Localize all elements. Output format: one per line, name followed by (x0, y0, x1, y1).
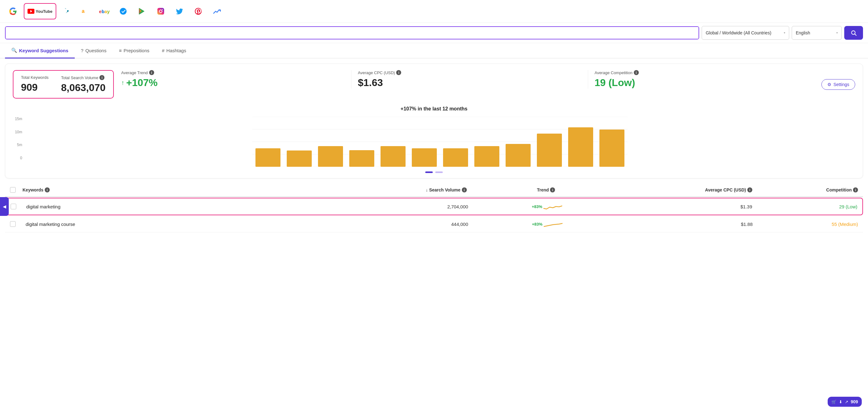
stats-row: Total Keywords 909 Total Search Volume i… (13, 70, 855, 98)
language-select[interactable]: English (792, 26, 842, 40)
row2-trend: +83% (468, 220, 626, 228)
stats-section: Total Keywords 909 Total Search Volume i… (5, 63, 863, 178)
chart-y-max: 15m (15, 117, 22, 121)
tab-suggestions-label: Keyword Suggestions (19, 48, 68, 53)
tab-hashtags-icon: # (162, 48, 164, 53)
avg-cpc-info-icon[interactable]: i (396, 70, 401, 75)
row1-competition: 29 (Low) (752, 204, 857, 209)
row1-trend: +83% (468, 203, 626, 210)
chart-y-zero: 0 (20, 156, 22, 160)
tab-prepositions[interactable]: ≡ Prepositions (113, 43, 155, 59)
col-keywords-label: Keywords (23, 187, 43, 193)
total-sv-info-icon[interactable]: i (99, 75, 104, 80)
tab-prepositions-label: Prepositions (124, 48, 150, 53)
row1-cpc: $1.39 (626, 204, 752, 209)
svg-rect-22 (506, 144, 531, 167)
svg-rect-24 (568, 127, 593, 167)
engine-bar: YouTube a ebay (0, 0, 868, 23)
avg-cpc-label: Average CPC (USD) (358, 70, 395, 75)
country-select[interactable]: Global / Worldwide (All Countries) (702, 26, 789, 40)
svg-rect-20 (443, 148, 468, 167)
chart-dots (13, 172, 855, 173)
engine-ebay[interactable]: ebay (96, 3, 113, 20)
row1-checkbox[interactable] (11, 204, 16, 209)
row1-sparkline (544, 203, 562, 210)
col-cpc-info[interactable]: i (747, 187, 752, 193)
table-row: digital marketing course 444,000 +83% $1… (5, 216, 863, 233)
chart-dot-active[interactable] (425, 172, 433, 173)
bar-chart: Apr 2022 Jun 2022 Aug 2022 Oct 2022 Dec … (25, 117, 855, 167)
svg-line-8 (855, 34, 857, 36)
select-all-checkbox[interactable] (10, 187, 16, 193)
col-sv-info[interactable]: i (462, 187, 467, 193)
table-header: Keywords i ↓ Search Volume i Trend i Ave… (5, 183, 863, 197)
avg-trend-label: Average Trend (121, 70, 148, 75)
stat-avg-cpc: Average CPC (USD) i $1.63 (358, 70, 588, 89)
row1-keyword: digital marketing (23, 204, 342, 209)
left-sidebar-toggle[interactable]: ◀ (0, 197, 9, 216)
row1-sv: 2,704,000 (342, 204, 468, 209)
engine-youtube[interactable]: YouTube (24, 3, 56, 20)
svg-point-5 (162, 9, 163, 10)
col-header-comp: Competition i (752, 187, 858, 193)
avg-trend-value: +107% (126, 77, 158, 89)
engine-appstore[interactable] (115, 3, 131, 20)
svg-rect-17 (349, 150, 374, 167)
chart-y-low: 5m (17, 143, 22, 147)
svg-rect-16 (318, 146, 343, 167)
avg-trend-info-icon[interactable]: i (149, 70, 154, 75)
tab-questions-label: Questions (85, 48, 106, 53)
col-keywords-info[interactable]: i (45, 187, 50, 193)
settings-gear-icon: ⚙ (827, 82, 831, 87)
stat-avg-trend: Average Trend i ↑ +107% (121, 70, 352, 89)
engine-bing[interactable] (59, 3, 75, 20)
col-cpc-label: Average CPC (USD) (705, 187, 746, 193)
engine-trends[interactable] (209, 3, 225, 20)
row2-sparkline (544, 220, 562, 228)
avg-comp-value: 19 (Low) (594, 77, 815, 89)
tab-keyword-suggestions[interactable]: 🔍 Keyword Suggestions (5, 43, 75, 59)
tab-prepositions-icon: ≡ (119, 48, 122, 53)
engine-instagram[interactable] (153, 3, 169, 20)
table-row: digital marketing 2,704,000 +83% $1.39 2… (5, 198, 863, 215)
engine-google[interactable] (5, 3, 21, 20)
svg-rect-14 (255, 148, 280, 167)
row2-sv: 444,000 (342, 222, 468, 227)
engine-playstore[interactable] (134, 3, 150, 20)
total-keywords-value: 909 (21, 82, 49, 93)
total-keywords-label: Total Keywords (21, 75, 49, 80)
row2-checkbox[interactable] (10, 221, 16, 227)
tab-hashtags-label: Hashtags (166, 48, 186, 53)
youtube-label: YouTube (36, 9, 53, 14)
tab-hashtags[interactable]: # Hashtags (156, 43, 193, 59)
left-toggle-icon: ◀ (3, 204, 6, 209)
avg-trend-arrow: ↑ (121, 79, 124, 86)
total-sv-label: Total Search Volume (61, 76, 98, 80)
search-input[interactable]: digital marketing (6, 27, 699, 39)
search-button[interactable] (844, 26, 863, 40)
stat-total-keywords: Total Keywords 909 (21, 75, 49, 93)
chart-dot-inactive[interactable] (435, 172, 443, 173)
tab-questions-icon: ? (81, 48, 84, 53)
col-comp-info[interactable]: i (853, 187, 858, 193)
engine-twitter[interactable] (172, 3, 188, 20)
avg-comp-label: Average Competition (594, 70, 632, 75)
engine-amazon[interactable]: a (78, 3, 94, 20)
col-header-sv[interactable]: ↓ Search Volume i (340, 187, 467, 193)
avg-comp-info-icon[interactable]: i (634, 70, 639, 75)
col-comp-label: Competition (826, 187, 852, 193)
tab-questions[interactable]: ? Questions (75, 43, 113, 59)
stat-avg-competition: Average Competition i 19 (Low) (594, 70, 822, 89)
engine-pinterest[interactable] (190, 3, 206, 20)
col-trend-label: Trend (537, 187, 549, 193)
settings-button[interactable]: ⚙ Settings (822, 79, 855, 90)
svg-rect-19 (412, 148, 437, 167)
svg-rect-15 (287, 150, 312, 167)
svg-text:a: a (82, 8, 85, 14)
col-trend-info[interactable]: i (550, 187, 555, 193)
col-header-keywords: Keywords i (23, 187, 340, 193)
search-row: digital marketing Global / Worldwide (Al… (0, 23, 868, 43)
svg-rect-21 (474, 146, 499, 167)
search-input-wrap: digital marketing (5, 26, 699, 39)
svg-rect-25 (599, 129, 624, 167)
